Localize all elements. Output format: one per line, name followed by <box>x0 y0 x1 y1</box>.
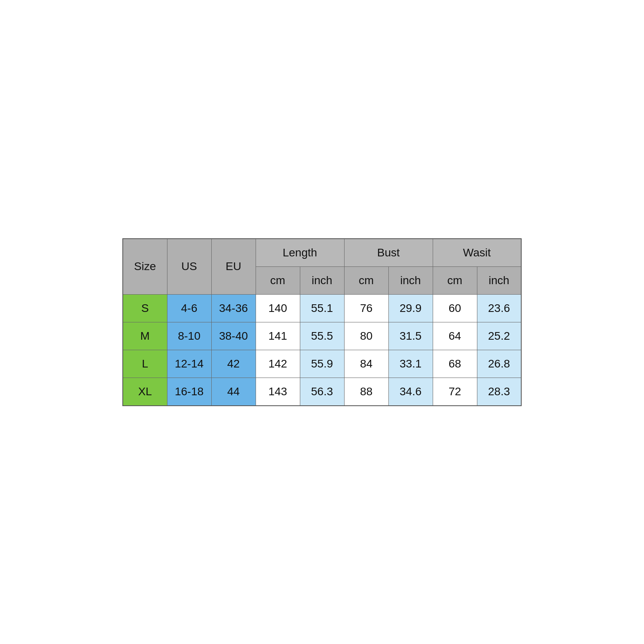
row-0-cell-8: 23.6 <box>477 294 521 322</box>
row-1-cell-6: 31.5 <box>388 322 433 350</box>
row-1-cell-1: 8-10 <box>167 322 211 350</box>
table-row: XL16-184414356.38834.67228.3 <box>123 378 521 406</box>
row-1-cell-5: 80 <box>344 322 388 350</box>
row-0-cell-4: 55.1 <box>300 294 344 322</box>
row-1-cell-4: 55.5 <box>300 322 344 350</box>
length-cm-header: cm <box>256 266 300 294</box>
row-0-cell-0: S <box>123 294 167 322</box>
bust-inch-header: inch <box>388 266 433 294</box>
row-2-cell-6: 33.1 <box>388 350 433 378</box>
size-chart-container: Size US EU Length Bust Wasit cm inch cm … <box>122 238 522 406</box>
row-1-cell-0: M <box>123 322 167 350</box>
eu-header: EU <box>211 239 256 295</box>
length-header: Length <box>256 239 344 267</box>
length-inch-header: inch <box>300 266 344 294</box>
row-0-cell-3: 140 <box>256 294 300 322</box>
row-2-cell-1: 12-14 <box>167 350 211 378</box>
size-header: Size <box>123 239 167 295</box>
row-1-cell-3: 141 <box>256 322 300 350</box>
wasit-header: Wasit <box>433 239 521 267</box>
row-3-cell-7: 72 <box>433 378 477 406</box>
row-3-cell-0: XL <box>123 378 167 406</box>
row-0-cell-5: 76 <box>344 294 388 322</box>
size-chart-table: Size US EU Length Bust Wasit cm inch cm … <box>122 238 522 406</box>
row-0-cell-2: 34-36 <box>211 294 256 322</box>
row-1-cell-7: 64 <box>433 322 477 350</box>
row-3-cell-5: 88 <box>344 378 388 406</box>
row-3-cell-4: 56.3 <box>300 378 344 406</box>
table-row: L12-144214255.98433.16826.8 <box>123 350 521 378</box>
bust-cm-header: cm <box>344 266 388 294</box>
row-2-cell-7: 68 <box>433 350 477 378</box>
row-3-cell-6: 34.6 <box>388 378 433 406</box>
row-0-cell-7: 60 <box>433 294 477 322</box>
row-3-cell-2: 44 <box>211 378 256 406</box>
row-1-cell-8: 25.2 <box>477 322 521 350</box>
table-row: S4-634-3614055.17629.96023.6 <box>123 294 521 322</box>
wasit-inch-header: inch <box>477 266 521 294</box>
row-2-cell-4: 55.9 <box>300 350 344 378</box>
row-2-cell-8: 26.8 <box>477 350 521 378</box>
row-3-cell-8: 28.3 <box>477 378 521 406</box>
table-row: M8-1038-4014155.58031.56425.2 <box>123 322 521 350</box>
row-2-cell-2: 42 <box>211 350 256 378</box>
row-2-cell-5: 84 <box>344 350 388 378</box>
wasit-cm-header: cm <box>433 266 477 294</box>
row-2-cell-0: L <box>123 350 167 378</box>
row-0-cell-6: 29.9 <box>388 294 433 322</box>
row-1-cell-2: 38-40 <box>211 322 256 350</box>
row-0-cell-1: 4-6 <box>167 294 211 322</box>
us-header: US <box>167 239 211 295</box>
row-3-cell-1: 16-18 <box>167 378 211 406</box>
row-3-cell-3: 143 <box>256 378 300 406</box>
bust-header: Bust <box>344 239 433 267</box>
row-2-cell-3: 142 <box>256 350 300 378</box>
